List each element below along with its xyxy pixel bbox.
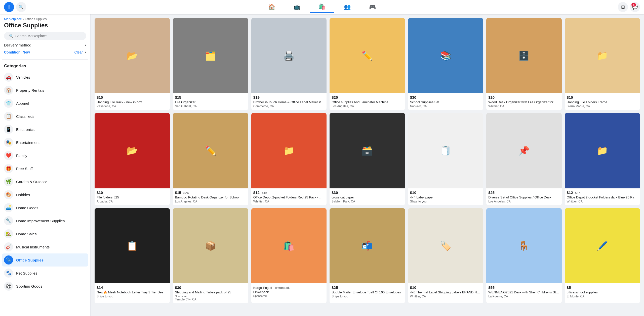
product-name: 4x6 Thermal Label Shipping Labels BRAND … [410,290,481,294]
product-card-2[interactable]: 🗂️ $15 File Organizer San Gabriel, CA [173,18,248,110]
nav-home-button[interactable]: 🏠 [260,1,284,13]
facebook-logo[interactable]: f [4,2,14,12]
product-card-3[interactable]: 🖨️ $19 Brother P-Touch Home & Office Lab… [251,18,327,110]
nav-messenger-button[interactable]: 💬 8 [630,2,640,12]
sidebar-item-classifieds[interactable]: 📋 Classifieds [2,110,88,123]
product-price: $20 [488,95,495,99]
category-label-home-improvement: Home Improvement Supplies [16,219,65,223]
product-card-17[interactable]: 🛍️ Kargo Poşeti - onwepack Onwepack Spon… [251,208,327,303]
sidebar-item-pet-supplies[interactable]: 🐾 Pet Supplies [2,267,88,280]
category-icon-sporting-goods: ⚽ [4,282,13,291]
product-name: WENMENG2021 Desk with Shelf Children's S… [488,290,559,294]
category-icon-office-supplies: 📎 [4,255,13,265]
product-image-14: 📁 [565,113,640,188]
product-price-row: $15 [175,95,246,100]
category-icon-vehicles: 🚗 [4,73,13,82]
product-card-1[interactable]: 📂 $10 Hanging File Rack - new in box Pas… [95,18,170,110]
condition-link[interactable]: Condition: New [4,50,30,54]
sidebar-item-free-stuff[interactable]: 🎁 Free Stuff [2,162,88,175]
product-card-19[interactable]: 🏷️ $10 4x6 Thermal Label Shipping Labels… [408,208,483,303]
category-icon-classifieds: 📋 [4,112,13,121]
sidebar-item-apparel[interactable]: 👕 Apparel [2,97,88,110]
sidebar-item-vehicles[interactable]: 🚗 Vehicles [2,71,88,84]
nav-video-button[interactable]: 📺 [285,1,309,13]
search-bar[interactable]: 🔍 Search Marketplace [4,32,86,40]
product-card-16[interactable]: 📦 $30 Shipping and Mailing Tubes pack of… [173,208,248,303]
condition-clear-button[interactable]: Clear [74,50,83,54]
product-card-15[interactable]: 📋 $14 New🔥 Mesh Notebook Letter Tray 3 T… [95,208,170,303]
product-info-15: $14 New🔥 Mesh Notebook Letter Tray 3 Tie… [95,283,170,300]
product-location: Whittier, CA [488,104,559,108]
category-icon-home-goods: 🛋️ [4,203,13,212]
product-card-10[interactable]: 📁 $12 $15 Office Depot 2-pocket Folders … [251,113,327,205]
product-location: Arcadia, CA [97,200,168,203]
product-card-9[interactable]: ✏️ $15 $26 Bamboo Rotating Desk Organize… [173,113,248,205]
product-name: New🔥 Mesh Notebook Letter Tray 3 Tier De… [97,290,168,294]
product-image-2: 🗂️ [173,18,248,93]
product-card-8[interactable]: 📂 $10 File folders #25 Arcadia, CA [95,113,170,205]
breadcrumb-parent[interactable]: Marketplace [4,17,22,21]
product-price-row: $10 [567,95,638,100]
nav-marketplace-button[interactable]: 🛍️ [310,1,334,13]
sidebar-item-home-sales[interactable]: 🏡 Home Sales [2,227,88,240]
product-info-7: $10 Hanging File Folders Frame Sierra Ma… [565,93,640,110]
condition-expand-icon[interactable]: ▾ [85,50,86,54]
category-icon-electronics: 📱 [4,125,13,134]
product-card-6[interactable]: 🗄️ $20 Wood Desk Organizer with File Org… [486,18,561,110]
product-image-13: 📌 [486,113,561,188]
product-price-row: $12 $15 [567,190,638,195]
product-info-18: $25 Bubble Mailer Envelope Toatl Of 100 … [330,283,405,300]
product-info-13: $25 Diverse Set of Office Supplies / Off… [486,188,561,205]
product-name: Office Depot 2-pocket Folders dark Blue … [567,195,638,199]
sidebar-item-property-rentals[interactable]: 🏠 Property Rentals [2,84,88,97]
product-card-13[interactable]: 📌 $25 Diverse Set of Office Supplies / O… [486,113,561,205]
delivery-expand-icon[interactable]: ▾ [85,43,86,47]
product-image-8: 📂 [95,113,170,188]
product-price-row: $10 [410,285,481,290]
nav-grid-button[interactable]: ⊞ [618,2,628,12]
sidebar-item-home-goods[interactable]: 🛋️ Home Goods [2,201,88,214]
search-icon: 🔍 [9,34,13,38]
sidebar-item-office-supplies[interactable]: 📎 Office Supplies [2,253,88,267]
product-card-4[interactable]: ✏️ $20 Office supplies And Laminator Mac… [330,18,405,110]
nav-groups-button[interactable]: 👥 [335,1,359,13]
sidebar-item-sporting-goods[interactable]: ⚽ Sporting Goods [2,280,88,293]
product-price: $10 [97,95,103,99]
product-location: El Monte, CA [567,295,638,298]
category-icon-apparel: 👕 [4,99,13,108]
sidebar: Marketplace › Office Supplies Office Sup… [0,14,91,316]
sidebar-item-hobbies[interactable]: 🎨 Hobbies [2,188,88,201]
sidebar-item-musical-instruments[interactable]: 🎸 Musical Instruments [2,240,88,253]
delivery-filter-label[interactable]: Delivery method [4,43,31,47]
product-info-2: $15 File Organizer San Gabriel, CA [173,93,248,110]
product-card-14[interactable]: 📁 $12 $15 Office Depot 2-pocket Folders … [565,113,640,205]
product-price-row: $30 [332,190,403,195]
product-card-21[interactable]: 🖊️ $5 office/school supplies El Monte, C… [565,208,640,303]
nav-search-button[interactable]: 🔍 [16,2,26,12]
sidebar-item-entertainment[interactable]: 🎭 Entertainment [2,136,88,149]
product-image-7: 📁 [565,18,640,93]
product-price: $10 [567,95,573,99]
product-price: $10 [410,285,416,290]
category-icon-free-stuff: 🎁 [4,164,13,173]
delivery-filter-row: Delivery method ▾ [2,43,88,47]
product-location: Whittier, CA [253,200,325,203]
product-card-18[interactable]: 📬 $25 Bubble Mailer Envelope Toatl Of 10… [330,208,405,303]
nav-gaming-button[interactable]: 🎮 [360,1,384,13]
sidebar-item-family[interactable]: ❤️ Family [2,149,88,162]
sidebar-item-home-improvement[interactable]: 🔧 Home Improvement Supplies [2,214,88,227]
category-label-garden-outdoor: Garden & Outdoor [16,180,47,184]
product-price: $30 [332,190,338,195]
product-image-4: ✏️ [330,18,405,93]
product-card-20[interactable]: 🪑 $55 WENMENG2021 Desk with Shelf Childr… [486,208,561,303]
category-label-sporting-goods: Sporting Goods [16,284,42,288]
product-card-12[interactable]: 🧻 $10 4×4 Label paper Ships to you [408,113,483,205]
sidebar-item-electronics[interactable]: 📱 Electronics [2,123,88,136]
sidebar-item-garden-outdoor[interactable]: 🌿 Garden & Outdoor [2,175,88,188]
product-card-7[interactable]: 📁 $10 Hanging File Folders Frame Sierra … [565,18,640,110]
product-card-5[interactable]: 📚 $30 School Supplies Set Norwalk, CA [408,18,483,110]
product-name: Brother P-Touch Home & Office Label Make… [253,100,325,104]
product-name: Bubble Mailer Envelope Toatl Of 100 Enve… [332,290,403,294]
product-card-11[interactable]: 🗃️ $30 cross cut paper Baldwin Park, CA [330,113,405,205]
category-label-entertainment: Entertainment [16,140,39,145]
